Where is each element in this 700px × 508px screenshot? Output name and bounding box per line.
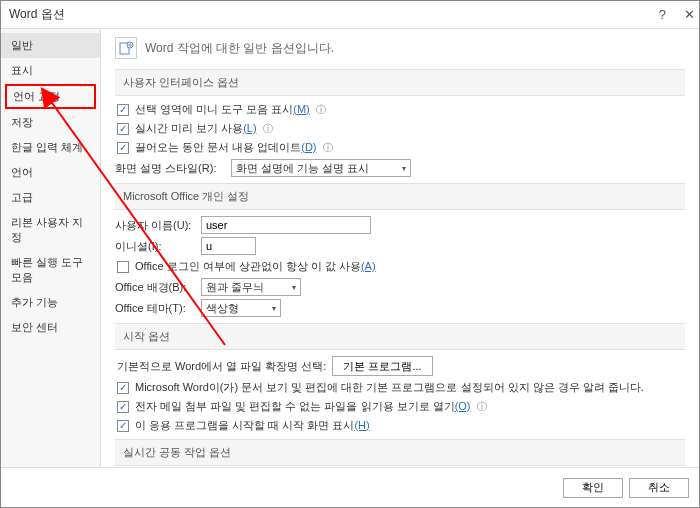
page-header: Word 작업에 대한 일반 옵션입니다. [115,37,685,59]
window-controls: ? ✕ [659,7,695,22]
default-programs-button[interactable]: 기본 프로그램... [332,356,432,376]
info-icon[interactable]: ⓘ [263,122,273,136]
section-collab-title: 실시간 공동 작업 옵션 [115,439,685,466]
sidebar-item-proofing[interactable]: 언어 교정 [5,84,96,109]
section-ui-title: 사용자 인터페이스 옵션 [115,69,685,96]
info-icon[interactable]: ⓘ [323,141,333,155]
sidebar: 일반 표시 언어 교정 저장 한글 입력 체계 언어 고급 리본 사용자 지정 … [1,29,101,467]
titlebar: Word 옵션 ? ✕ [1,1,699,29]
dialog-footer: 확인 취소 [1,467,699,507]
field-screentip: 화면 설명 스타일(R): 화면 설명에 기능 설명 표시▾ [115,159,685,177]
chevron-down-icon: ▾ [272,304,276,313]
field-initials: 이니셜(I): [115,237,685,255]
section-personal-title: Microsoft Office 개인 설정 [115,183,685,210]
chevron-down-icon: ▾ [402,164,406,173]
sidebar-item-general[interactable]: 일반 [1,33,100,58]
select-screentip[interactable]: 화면 설명에 기능 설명 표시▾ [231,159,411,177]
checkbox-reading-view[interactable] [117,401,129,413]
field-office-bg: Office 배경(B): 원과 줄무늬▾ [115,278,685,296]
cancel-button[interactable]: 취소 [629,478,689,498]
field-username: 사용자 이름(U): [115,216,685,234]
info-icon[interactable]: ⓘ [477,400,487,414]
opt-live-preview: 실시간 미리 보기 사용(L) ⓘ [115,121,685,136]
sidebar-item-quick-access[interactable]: 빠른 실행 도구 모음 [1,250,100,290]
ok-button[interactable]: 확인 [563,478,623,498]
checkbox-start-screen[interactable] [117,420,129,432]
section-start-title: 시작 옵션 [115,323,685,350]
content-pane: Word 작업에 대한 일반 옵션입니다. 사용자 인터페이스 옵션 선택 영역… [101,29,699,467]
opt-warn-not-default: Microsoft Word이(가) 문서 보기 및 편집에 대한 기본 프로그… [115,380,685,395]
sidebar-item-trust-center[interactable]: 보안 센터 [1,315,100,340]
checkbox-mini-toolbar[interactable] [117,104,129,116]
opt-mini-toolbar: 선택 영역에 미니 도구 모음 표시(M) ⓘ [115,102,685,117]
help-icon[interactable]: ? [659,7,666,22]
select-office-bg[interactable]: 원과 줄무늬▾ [201,278,301,296]
dialog-body: 일반 표시 언어 교정 저장 한글 입력 체계 언어 고급 리본 사용자 지정 … [1,29,699,467]
sidebar-item-addins[interactable]: 추가 기능 [1,290,100,315]
input-initials[interactable] [201,237,256,255]
select-office-theme[interactable]: 색상형▾ [201,299,281,317]
sidebar-item-korean[interactable]: 한글 입력 체계 [1,135,100,160]
sidebar-item-advanced[interactable]: 고급 [1,185,100,210]
sidebar-item-ribbon[interactable]: 리본 사용자 지정 [1,210,100,250]
chevron-down-icon: ▾ [292,283,296,292]
dialog-title: Word 옵션 [9,6,65,23]
page-title: Word 작업에 대한 일반 옵션입니다. [145,40,334,57]
checkbox-always-use[interactable] [117,261,129,273]
general-options-icon [115,37,137,59]
info-icon[interactable]: ⓘ [316,103,326,117]
sidebar-item-language[interactable]: 언어 [1,160,100,185]
opt-start-screen: 이 응용 프로그램을 시작할 때 시작 화면 표시(H) [115,418,685,433]
close-icon[interactable]: ✕ [684,7,695,22]
checkbox-warn-not-default[interactable] [117,382,129,394]
input-username[interactable] [201,216,371,234]
row-default-program: 기본적으로 Word에서 열 파일 확장명 선택: 기본 프로그램... [115,356,685,376]
opt-update-drag: 끌어오는 동안 문서 내용 업데이트(D) ⓘ [115,140,685,155]
field-office-theme: Office 테마(T): 색상형▾ [115,299,685,317]
sidebar-item-save[interactable]: 저장 [1,110,100,135]
sidebar-item-display[interactable]: 표시 [1,58,100,83]
opt-reading-view: 전자 메일 첨부 파일 및 편집할 수 없는 파일을 읽기용 보기로 열기(O)… [115,399,685,414]
word-options-dialog: Word 옵션 ? ✕ 일반 표시 언어 교정 저장 한글 입력 체계 언어 고… [0,0,700,508]
checkbox-update-drag[interactable] [117,142,129,154]
checkbox-live-preview[interactable] [117,123,129,135]
opt-always-use: Office 로그인 여부에 상관없이 항상 이 값 사용(A) [115,259,685,274]
